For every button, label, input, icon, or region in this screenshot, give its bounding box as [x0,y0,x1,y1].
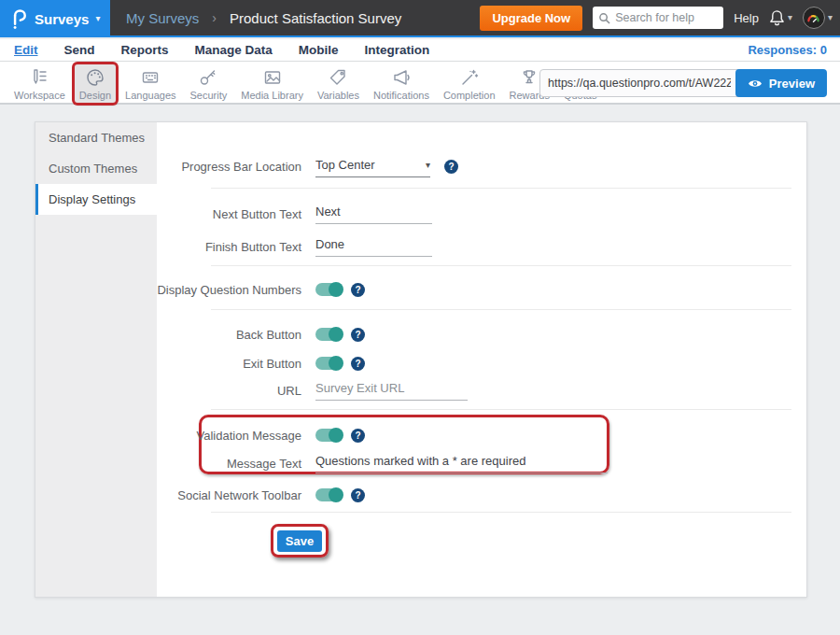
completion-icon [459,67,480,88]
finish-button-text-input[interactable] [315,235,432,257]
search-icon [598,12,610,24]
toolbar-item-label: Security [190,90,228,101]
top-header: Surveys ▾ My Surveys › Product Satisfact… [0,0,840,37]
progress-bar-location-row: Progress Bar Location Top Center ▾ ? [35,159,806,179]
survey-url-field[interactable]: https://qa.questionpro.com/t/AW22Zcq2J ✎ [539,69,756,97]
divider [211,309,791,310]
help-icon[interactable]: ? [351,488,365,502]
back-button-toggle[interactable] [315,328,342,341]
social-network-toolbar-row: Social Network Toolbar ? [35,487,806,508]
toolbar-item-label: Languages [125,90,175,101]
tab-send[interactable]: Send [64,43,95,57]
breadcrumb-my-surveys[interactable]: My Surveys [126,10,199,26]
help-icon[interactable]: ? [351,429,365,443]
exit-button-row: Exit Button ? [35,356,806,376]
chevron-down-icon: ▾ [95,14,100,23]
responses-count[interactable]: Responses: 0 [748,43,827,57]
bell-icon [769,9,785,26]
product-label: Surveys [35,11,89,27]
chevron-down-icon: ▾ [828,13,833,22]
divider [211,188,791,189]
security-icon [198,67,218,88]
display-question-numbers-label: Display Question Numbers [115,283,301,297]
toolbar-item-security[interactable]: Security [186,64,232,103]
validation-message-row: Validation Message ? [35,428,806,448]
toolbar-item-label: Workspace [14,90,65,101]
help-icon[interactable]: ? [444,160,458,174]
toolbar-item-design[interactable]: Design [75,64,116,103]
tab-integration[interactable]: Integration [365,43,430,57]
finish-button-text-row: Finish Button Text [35,239,806,260]
sidebar-item-standard-themes[interactable]: Standard Themes [35,122,157,153]
upgrade-now-button[interactable]: Upgrade Now [480,6,582,31]
notifications-bell-menu[interactable]: ▾ [769,9,792,26]
preview-button[interactable]: Preview [735,69,827,97]
account-menu[interactable]: ▾ [803,7,833,29]
back-button-label: Back Button [115,328,301,342]
notifications-icon [391,67,412,88]
progress-bar-location-label: Progress Bar Location [115,160,301,174]
toolbar-item-languages[interactable]: Languages [120,64,180,103]
finish-button-text-label: Finish Button Text [115,240,301,254]
design-toolbar: Workspace Design Language [0,62,840,105]
social-network-toolbar-label: Social Network Toolbar [115,488,301,502]
toolbar-item-media-library[interactable]: Media Library [236,64,308,103]
tab-edit[interactable]: Edit [14,43,38,57]
toolbar-item-completion[interactable]: Completion [439,64,500,103]
divider [211,265,791,266]
social-network-toolbar-toggle[interactable] [315,488,342,501]
toolbar-item-label: Design [79,90,111,101]
validation-message-label: Validation Message [115,429,301,443]
back-button-row: Back Button ? [35,327,806,347]
message-text-row: Message Text [35,456,806,476]
exit-button-toggle[interactable] [315,357,342,370]
toolbar-item-label: Media Library [241,90,303,101]
message-text-input[interactable] [315,452,608,473]
chevron-down-icon: ▾ [788,13,792,22]
avatar [803,7,825,29]
toolbar-item-notifications[interactable]: Notifications [369,64,434,103]
breadcrumb-chevron-icon: › [212,10,217,25]
toolbar-item-label: Variables [317,90,359,101]
eye-icon [748,78,763,89]
toolbar-item-label: Notifications [373,90,429,101]
header-actions: Upgrade Now Help ▾ [480,0,833,35]
divider [211,512,791,513]
toolbar-item-label: Completion [443,90,496,101]
help-icon[interactable]: ? [351,357,365,371]
validation-message-toggle[interactable] [315,429,342,442]
tab-manage-data[interactable]: Manage Data [195,43,273,57]
help-search-input[interactable] [615,11,718,24]
design-icon [85,67,105,88]
questionpro-logo-icon [11,7,28,30]
survey-nav: Edit Send Reports Manage Data Mobile Int… [0,39,840,62]
toolbar-items: Workspace Design Language [9,64,601,103]
display-settings-panel: Standard Themes Custom Themes Display Se… [35,121,807,598]
exit-url-row: URL [35,383,806,403]
next-button-text-label: Next Button Text [115,207,301,221]
breadcrumb: My Surveys › Product Satisfaction Survey [126,0,401,35]
divider [211,409,791,410]
exit-url-input[interactable] [315,379,468,401]
surveys-product-menu[interactable]: Surveys ▾ [0,0,110,37]
workspace-icon [29,67,49,88]
display-question-numbers-row: Display Question Numbers ? [35,282,806,303]
tab-mobile[interactable]: Mobile [299,43,339,57]
help-search[interactable] [593,7,723,29]
help-icon[interactable]: ? [351,328,365,342]
toolbar-item-workspace[interactable]: Workspace [9,64,70,103]
preview-label: Preview [769,77,815,91]
toolbar-item-variables[interactable]: Variables [313,64,364,103]
save-button[interactable]: Save [277,530,322,552]
survey-url-value: https://qa.questionpro.com/t/AW22Zcq2J [548,77,731,90]
help-link[interactable]: Help [734,11,759,25]
tab-reports[interactable]: Reports [121,43,169,57]
display-question-numbers-toggle[interactable] [315,283,342,296]
chevron-down-icon: ▾ [426,161,430,172]
progress-bar-location-select[interactable]: Top Center ▾ [315,156,430,177]
save-annotation-box: Save [271,524,329,557]
exit-button-label: Exit Button [115,357,301,371]
progress-bar-location-value: Top Center [315,158,375,172]
next-button-text-input[interactable] [315,203,432,224]
help-icon[interactable]: ? [351,283,365,297]
